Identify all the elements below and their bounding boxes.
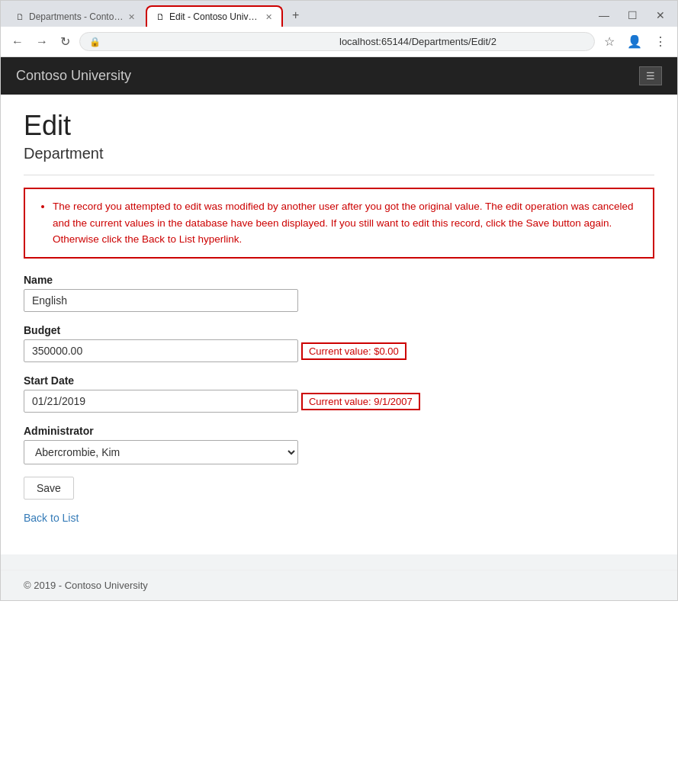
validation-summary: The record you attempted to edit was mod… bbox=[24, 188, 654, 259]
name-label: Name bbox=[24, 274, 654, 286]
administrator-field-group: Administrator Abercrombie, KimFakhouri, … bbox=[24, 425, 654, 464]
account-button[interactable]: 👤 bbox=[624, 31, 645, 52]
app-navbar: Contoso University ☰ bbox=[1, 57, 677, 95]
tab1-label: Departments - Contoso Universi... bbox=[29, 11, 124, 22]
browser-tab-1[interactable]: 🗋 Departments - Contoso Universi... ✕ bbox=[7, 7, 144, 27]
tab2-close[interactable]: ✕ bbox=[265, 12, 272, 22]
footer: © 2019 - Contoso University bbox=[1, 570, 677, 600]
window-minimize-button[interactable]: — bbox=[593, 9, 615, 21]
refresh-button[interactable]: ↻ bbox=[57, 31, 73, 52]
tab1-icon: 🗋 bbox=[16, 12, 24, 21]
form-actions: Save bbox=[24, 477, 654, 500]
administrator-select[interactable]: Abercrombie, KimFakhouri, FadiHarui, Rog… bbox=[24, 440, 298, 464]
start-date-current-value: Current value: 9/1/2007 bbox=[301, 393, 420, 410]
tab2-label: Edit - Contoso University bbox=[169, 11, 261, 22]
navbar-toggle[interactable]: ☰ bbox=[639, 66, 662, 85]
address-text: localhost:65144/Departments/Edit/2 bbox=[339, 36, 585, 47]
administrator-label: Administrator bbox=[24, 425, 654, 437]
budget-field-group: Budget Current value: $0.00 bbox=[24, 324, 654, 362]
navbar-brand: Contoso University bbox=[16, 68, 131, 84]
main-content: Edit Department The record you attempted… bbox=[1, 95, 677, 554]
menu-button[interactable]: ⋮ bbox=[651, 31, 670, 52]
bookmark-button[interactable]: ☆ bbox=[601, 31, 618, 52]
browser-window: 🗋 Departments - Contoso Universi... ✕ 🗋 … bbox=[0, 0, 678, 601]
page-title: Edit bbox=[24, 110, 654, 142]
forward-nav-button[interactable]: → bbox=[33, 32, 51, 52]
start-date-input[interactable] bbox=[24, 390, 298, 413]
window-maximize-button[interactable]: ☐ bbox=[622, 9, 644, 21]
save-button[interactable]: Save bbox=[24, 477, 74, 500]
lock-icon: 🔒 bbox=[89, 37, 335, 47]
window-close-button[interactable]: ✕ bbox=[650, 9, 671, 21]
name-input[interactable] bbox=[24, 289, 298, 312]
page-subtitle: Department bbox=[24, 145, 654, 162]
error-message: The record you attempted to edit was mod… bbox=[53, 198, 641, 248]
address-bar[interactable]: 🔒 localhost:65144/Departments/Edit/2 bbox=[79, 32, 595, 51]
browser-toolbar: ← → ↻ 🔒 localhost:65144/Departments/Edit… bbox=[1, 27, 677, 57]
name-field-group: Name bbox=[24, 274, 654, 312]
start-date-label: Start Date bbox=[24, 374, 654, 387]
divider bbox=[24, 175, 654, 175]
footer-text: © 2019 - Contoso University bbox=[24, 580, 148, 591]
new-tab-button[interactable]: + bbox=[284, 4, 307, 27]
edit-form: Name Budget Current value: $0.00 Start D… bbox=[24, 274, 654, 500]
budget-label: Budget bbox=[24, 324, 654, 336]
tab2-icon: 🗋 bbox=[156, 12, 165, 21]
back-nav-button[interactable]: ← bbox=[8, 32, 27, 52]
back-to-list-link[interactable]: Back to List bbox=[24, 512, 79, 524]
tab1-close[interactable]: ✕ bbox=[128, 12, 135, 22]
start-date-field-group: Start Date Current value: 9/1/2007 bbox=[24, 374, 654, 413]
browser-tab-2[interactable]: 🗋 Edit - Contoso University ✕ bbox=[146, 5, 283, 27]
budget-current-value: Current value: $0.00 bbox=[301, 342, 406, 360]
budget-input[interactable] bbox=[24, 339, 298, 362]
